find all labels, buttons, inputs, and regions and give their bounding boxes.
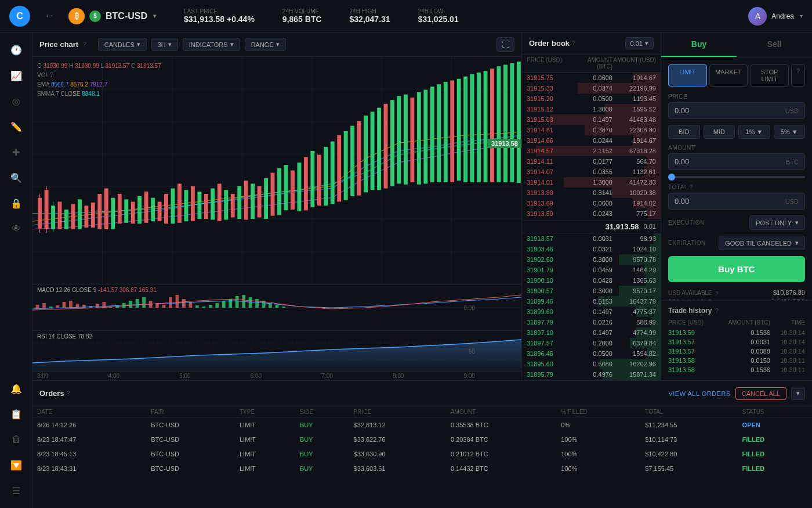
ob-ask-row[interactable]: 31914.07 0.0355 1132.61 [522, 167, 661, 177]
svg-rect-47 [244, 181, 248, 219]
bid-amount: 0.0321 [572, 246, 612, 253]
ob-bid-row[interactable]: 31895.79 0.4976 15871.34 [522, 369, 661, 380]
ob-bid-row[interactable]: 31897.79 0.0216 688.99 [522, 317, 661, 327]
usd-help-icon[interactable]: ? [716, 290, 719, 296]
ob-ask-row[interactable]: 31914.01 1.3000 41472.83 [522, 177, 661, 188]
ob-bid-row[interactable]: 31903.46 0.0321 1024.10 [522, 244, 661, 254]
chart-help-icon[interactable]: ? [83, 41, 86, 48]
ob-bid-row[interactable]: 31900.10 0.0428 1365.63 [522, 275, 661, 286]
sidebar-item-cross[interactable]: ✚ [6, 142, 27, 163]
slider-thumb[interactable] [668, 174, 675, 181]
decimal-selector[interactable]: 0.01 ▾ [625, 37, 654, 49]
candles-button[interactable]: CANDLES ▾ [98, 38, 147, 51]
amount-slider[interactable] [668, 176, 805, 178]
trade-history-header: Trade history ? [668, 307, 805, 315]
ob-bid-row[interactable]: 31900.57 0.3000 9570.17 [522, 286, 661, 296]
svg-rect-99 [96, 304, 99, 308]
table-row[interactable]: 8/23 18:43:31 BTC-USD LIMIT BUY $33,603.… [32, 462, 812, 476]
sidebar-item-lock[interactable]: 🔒 [6, 193, 27, 214]
ob-ask-row[interactable]: 31915.03 0.1497 41483.48 [522, 114, 661, 125]
ob-ask-row[interactable]: 31913.59 0.0243 775.17 [522, 208, 661, 219]
svg-rect-115 [202, 307, 205, 308]
ask-price: 31915.33 [527, 85, 572, 92]
bid-btn[interactable]: BID [668, 125, 700, 139]
ob-bid-row[interactable]: 31894.10 0.3120 993.43 [522, 380, 661, 381]
sidebar-item-menu[interactable]: ☰ [6, 480, 27, 501]
ob-ask-row[interactable]: 31915.20 0.0500 1193.45 [522, 93, 661, 104]
collapse-orders-button[interactable]: ▾ [791, 387, 805, 400]
sidebar-item-pencil[interactable]: ✏️ [6, 116, 27, 137]
ob-bid-row[interactable]: 31896.46 0.0500 1594.82 [522, 348, 661, 359]
expand-button[interactable]: ⛶ [496, 37, 514, 52]
total-input[interactable]: 0.00 USD [668, 193, 805, 210]
svg-rect-83 [484, 71, 488, 182]
total-label: TOTAL ? [668, 184, 805, 190]
ob-bid-row[interactable]: 31901.79 0.0459 1464.29 [522, 265, 661, 275]
mid-btn[interactable]: MID [704, 125, 735, 139]
tab-sell[interactable]: Sell [737, 33, 812, 57]
sidebar-item-eye[interactable]: 👁 [6, 218, 27, 239]
expiration-selector[interactable]: GOOD TIL CANCELED ▾ [719, 236, 805, 250]
ob-bid-row[interactable]: 31899.46 0.5153 16437.79 [522, 296, 661, 307]
ob-bid-row[interactable]: 31897.10 0.1497 4774.99 [522, 327, 661, 338]
svg-rect-79 [457, 79, 461, 181]
stop-limit-btn[interactable]: STOP LIMIT [750, 64, 789, 87]
svg-rect-71 [404, 95, 408, 185]
buy-button[interactable]: Buy BTC [668, 256, 805, 282]
sidebar-item-zoom[interactable]: 🔍 [6, 167, 27, 188]
limit-btn[interactable]: LIMIT [668, 64, 707, 87]
total-help-icon[interactable]: ? [690, 184, 693, 190]
sidebar-item-dashboard[interactable]: 📋 [6, 403, 27, 424]
sidebar-item-bell[interactable]: 🔔 [6, 378, 27, 399]
sidebar-item-trash[interactable]: 🗑 [6, 429, 27, 450]
sidebar-item-home[interactable]: 🕐 [6, 39, 27, 60]
ob-ask-row[interactable]: 31915.12 1.3000 1595.52 [522, 104, 661, 114]
ob-bid-row[interactable]: 31895.60 0.5080 16202.96 [522, 359, 661, 369]
ob-ask-row[interactable]: 31914.11 0.0177 564.70 [522, 156, 661, 167]
ob-ask-row[interactable]: 31915.33 0.0374 22196.99 [522, 83, 661, 93]
ob-bid-row[interactable]: 31897.57 0.2000 6379.84 [522, 338, 661, 348]
ob-ask-row[interactable]: 31913.90 0.3141 10020.38 [522, 188, 661, 198]
sidebar-item-chart[interactable]: 📈 [6, 65, 27, 86]
ob-ask-row[interactable]: 31913.69 0.0600 1914.02 [522, 198, 661, 208]
ob-ask-row[interactable]: 31914.57 2.1152 67318.28 [522, 146, 661, 156]
ob-col-amount: AMOUNT (BTC) [572, 57, 612, 70]
ob-ask-row[interactable]: 31914.66 0.0244 1914.67 [522, 135, 661, 146]
ob-bid-row[interactable]: 31899.60 0.1497 4775.37 [522, 307, 661, 317]
user-menu[interactable]: A Andrea ▾ [748, 7, 803, 26]
cancel-all-button[interactable]: CANCEL ALL [735, 387, 786, 400]
pair-selector[interactable]: ₿ $ BTC-USD ▾ [68, 8, 156, 24]
trade-history-help-icon[interactable]: ? [715, 308, 719, 314]
ask-price: 31913.69 [527, 200, 572, 207]
range-button[interactable]: RANGE ▾ [245, 38, 286, 51]
sidebar-item-circle[interactable]: ◎ [6, 91, 27, 111]
table-row[interactable]: 8/23 18:45:13 BTC-USD LIMIT BUY $33,630.… [32, 447, 812, 462]
view-all-orders-button[interactable]: VIEW ALL ORDERS [668, 390, 730, 397]
tab-buy[interactable]: Buy [661, 33, 737, 57]
svg-rect-113 [189, 302, 193, 308]
amount-input[interactable]: 0.00 BTC [668, 153, 805, 170]
pct1-btn[interactable]: 1% ▼ [738, 125, 770, 139]
ob-ask-row[interactable]: 31915.75 0.0600 1914.67 [522, 73, 661, 83]
price-input[interactable]: 0.00 USD [668, 102, 805, 119]
market-btn[interactable]: MARKET [709, 64, 748, 87]
bid-price: 31897.79 [527, 319, 572, 326]
back-button[interactable]: ← [44, 10, 55, 22]
ob-bid-row[interactable]: 31902.60 0.3000 9570.78 [522, 254, 661, 265]
order-type-help[interactable]: ? [791, 64, 805, 87]
amount-label: AMOUNT [668, 145, 805, 151]
orders-help-icon[interactable]: ? [67, 390, 70, 397]
sidebar-item-collapse[interactable]: 🔽 [6, 455, 27, 475]
orderbook-help-icon[interactable]: ? [572, 40, 575, 46]
ob-ask-row[interactable]: 31914.81 0.3870 22308.80 [522, 125, 661, 135]
table-row[interactable]: 8/23 18:47:47 BTC-USD LIMIT BUY $33,622.… [32, 433, 812, 447]
svg-rect-46 [237, 186, 241, 219]
ask-amount: 0.0500 [572, 95, 612, 102]
execution-selector[interactable]: POST ONLY ▾ [749, 215, 805, 230]
time-4: 4:00 [108, 373, 119, 379]
table-row[interactable]: 8/26 14:12:26 BTC-USD LIMIT BUY $32,813.… [32, 418, 812, 433]
indicators-button[interactable]: INDICATORS ▾ [183, 38, 240, 51]
interval-button[interactable]: 3H ▾ [151, 38, 178, 51]
pct5-btn[interactable]: 5% ▼ [774, 125, 806, 139]
ob-bid-row[interactable]: 31913.57 0.0031 98.93 [522, 233, 661, 244]
